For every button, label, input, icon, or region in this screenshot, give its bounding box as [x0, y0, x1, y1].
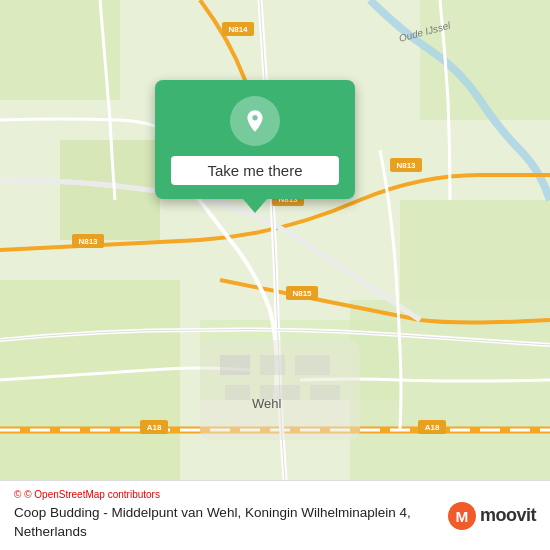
svg-text:A18: A18	[147, 423, 162, 432]
svg-text:N813: N813	[78, 237, 98, 246]
info-text-block: © © OpenStreetMap contributors Coop Budd…	[14, 489, 438, 542]
svg-rect-14	[310, 385, 340, 400]
svg-text:A18: A18	[425, 423, 440, 432]
osm-credit-text: © OpenStreetMap contributors	[24, 489, 160, 500]
take-me-there-button[interactable]: Take me there	[171, 156, 339, 185]
svg-text:N815: N815	[292, 289, 312, 298]
popup-card[interactable]: Take me there	[155, 80, 355, 199]
moovit-text: moovit	[480, 505, 536, 526]
svg-rect-6	[400, 200, 550, 300]
svg-text:N814: N814	[228, 25, 248, 34]
osm-icon: ©	[14, 489, 21, 500]
osm-credit: © © OpenStreetMap contributors	[14, 489, 438, 500]
map-container: N814 N813 N813 N813 N815 A18 A18 Oude IJ…	[0, 0, 550, 480]
svg-text:Wehl: Wehl	[252, 396, 281, 411]
moovit-logo: M moovit	[448, 502, 536, 530]
moovit-icon: M	[448, 502, 476, 530]
svg-rect-12	[225, 385, 250, 400]
svg-rect-10	[260, 355, 285, 375]
svg-text:M: M	[456, 507, 469, 524]
location-pin-icon	[242, 108, 268, 134]
location-icon-wrapper	[230, 96, 280, 146]
svg-rect-11	[295, 355, 330, 375]
info-bar: © © OpenStreetMap contributors Coop Budd…	[0, 480, 550, 550]
location-name: Coop Budding - Middelpunt van Wehl, Koni…	[14, 504, 438, 542]
svg-text:N813: N813	[396, 161, 416, 170]
svg-rect-3	[0, 280, 180, 480]
svg-rect-9	[220, 355, 250, 375]
